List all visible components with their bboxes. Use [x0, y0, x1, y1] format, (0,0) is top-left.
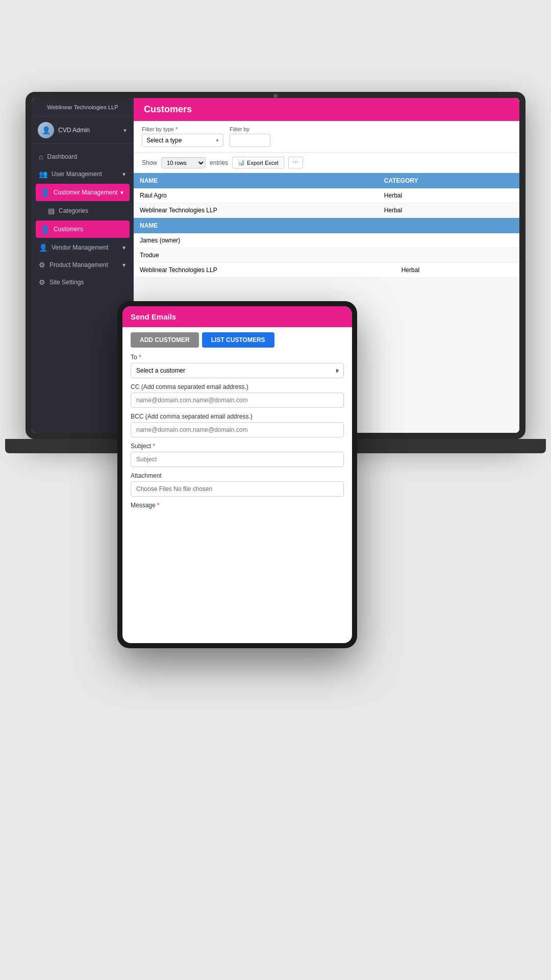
more-rows-table: Weblinear Technologies LLPHerbal: [134, 263, 519, 278]
product-icon: ⚙: [39, 261, 45, 269]
cc-label: CC (Add comma separated email address.): [131, 383, 344, 390]
laptop-camera: [273, 94, 278, 98]
col-name: NAME: [134, 173, 378, 188]
customers-icon: 👤: [41, 225, 49, 233]
sidebar-item-dashboard[interactable]: ⌂ Dashboard: [32, 148, 134, 165]
tablet-form: To * Select a customer ⬍ CC (Add comma s…: [122, 348, 352, 520]
home-icon: ⌂: [39, 153, 43, 161]
attachment-field-group: Attachment Choose Files No file chosen: [131, 472, 344, 497]
filter-type-label: Filter by type *: [142, 126, 223, 132]
overlay-table-row[interactable]: James (owner): [134, 233, 519, 248]
bcc-label: BCC (Add comma separated email address.): [131, 413, 344, 420]
col-extra: [504, 173, 519, 188]
cell-category: Herbal: [378, 203, 504, 218]
sidebar-item-site-settings[interactable]: ⚙ Site Settings: [32, 274, 134, 291]
col-category: CATEGORY: [378, 173, 504, 188]
vendor-icon: 👤: [39, 243, 47, 252]
chevron-down-icon: ▼: [122, 128, 128, 133]
cell-name: James (owner): [134, 233, 288, 248]
table-row[interactable]: Raul AgroHerbal: [134, 188, 519, 203]
cell-name: Trodue: [134, 248, 288, 263]
required-marker: *: [176, 126, 178, 132]
tablet-tabs: ADD CUSTOMER LIST CUSTOMERS: [122, 327, 352, 348]
to-select-wrapper: Select a customer ⬍: [131, 363, 344, 378]
sidebar-item-vendor-management[interactable]: 👤 Vendor Management ▼: [32, 239, 134, 256]
sidebar-item-label: Dashboard: [47, 153, 77, 160]
chevron-right-icon: ▼: [121, 245, 127, 251]
user-profile[interactable]: 👤 CVD Admin ▼: [32, 117, 134, 144]
attachment-label: Attachment: [131, 472, 344, 479]
cell-name: Weblinear Technologies LLP: [134, 203, 378, 218]
bcc-input[interactable]: [131, 422, 344, 437]
avatar: 👤: [38, 122, 54, 138]
cell-empty: [288, 233, 519, 248]
users-icon: 👥: [39, 170, 47, 178]
cc-input[interactable]: [131, 393, 344, 408]
entries-label: entries: [210, 159, 228, 166]
overlay-col-name: NAME: [134, 218, 288, 233]
tablet-device: Send Emails ADD CUSTOMER LIST CUSTOMERS …: [117, 301, 357, 648]
filter-type-group: Filter by type * Select a type: [142, 126, 223, 147]
chevron-right-icon: ▼: [121, 262, 127, 268]
excel-icon: 📊: [238, 159, 245, 166]
sidebar-item-customer-management[interactable]: 👤 Customer Management ▼: [36, 184, 130, 201]
cell-action: [504, 203, 519, 218]
table-row[interactable]: Weblinear Technologies LLPHerbal: [134, 263, 519, 278]
chevron-right-icon: ▼: [121, 172, 127, 177]
customers-table: NAME CATEGORY Raul AgroHerbalWeblinear T…: [134, 173, 519, 218]
overlay-col-extra: [288, 218, 519, 233]
filter-by-input[interactable]: [230, 134, 270, 147]
filter-by-label: Filter by: [230, 126, 270, 132]
sidebar-item-label: Site Settings: [49, 279, 84, 286]
table-row[interactable]: Weblinear Technologies LLPHerbal: [134, 203, 519, 218]
sidebar-item-product-management[interactable]: ⚙ Product Management ▼: [32, 256, 134, 274]
subject-input[interactable]: [131, 452, 344, 467]
to-select[interactable]: Select a customer: [131, 363, 344, 378]
sidebar-item-customers[interactable]: 👤 Customers: [36, 220, 130, 238]
message-label: Message *: [131, 502, 344, 509]
toolbar: Show 10 rows entries 📊 Export Excel ⋯: [134, 153, 519, 173]
required-marker: *: [157, 502, 160, 509]
avatar-icon: 👤: [38, 122, 54, 138]
cell-category: Herbal: [378, 188, 504, 203]
filter-type-select[interactable]: Select a type: [142, 134, 223, 147]
cell-action: [484, 263, 519, 278]
customers-table-container: NAME CATEGORY Raul AgroHerbalWeblinear T…: [134, 173, 519, 278]
filter-type-select-wrapper: Select a type: [142, 134, 223, 147]
list-customers-tab[interactable]: LIST CUSTOMERS: [202, 332, 274, 348]
cc-field-group: CC (Add comma separated email address.): [131, 383, 344, 408]
filter-by-group: Filter by: [230, 126, 270, 147]
export-excel-button[interactable]: 📊 Export Excel: [232, 157, 284, 168]
sidebar-item-label: Product Management: [49, 261, 108, 268]
sidebar-item-categories[interactable]: ▤ Categories: [32, 202, 134, 219]
file-input[interactable]: Choose Files No file chosen: [131, 481, 344, 497]
overlay-table-row[interactable]: Trodue: [134, 248, 519, 263]
cell-action: [504, 188, 519, 203]
to-label: To *: [131, 354, 344, 361]
to-field-group: To * Select a customer ⬍: [131, 354, 344, 378]
cell-empty: [288, 248, 519, 263]
username: CVD Admin: [58, 127, 122, 134]
required-marker: *: [153, 443, 155, 450]
show-label: Show: [142, 159, 157, 166]
sidebar-item-label: Customer Management: [54, 189, 117, 196]
rows-select[interactable]: 10 rows: [161, 157, 206, 168]
subject-label: Subject *: [131, 443, 344, 450]
tablet-screen: Send Emails ADD CUSTOMER LIST CUSTOMERS …: [122, 306, 352, 643]
brand-name: Weblinear Technologies LLP: [32, 98, 134, 117]
rows-select-wrapper: 10 rows: [161, 157, 206, 168]
subject-field-group: Subject *: [131, 443, 344, 467]
customer-icon: 👤: [41, 188, 49, 197]
message-field-group: Message *: [131, 502, 344, 509]
required-marker: *: [139, 354, 141, 361]
sidebar-item-user-management[interactable]: 👥 User Management ▼: [32, 165, 134, 183]
sidebar-item-label: Vendor Management: [52, 244, 108, 251]
tablet-title: Send Emails: [122, 306, 352, 327]
add-customer-tab[interactable]: ADD CUSTOMER: [131, 332, 199, 348]
sidebar-item-label: Customers: [54, 226, 83, 233]
settings-icon: ⚙: [39, 278, 45, 286]
filter-bar: Filter by type * Select a type Filter by: [134, 121, 519, 153]
cell-name: Weblinear Technologies LLP: [134, 263, 395, 278]
chevron-down-icon: ▼: [119, 190, 124, 195]
extra-button[interactable]: ⋯: [288, 157, 303, 168]
